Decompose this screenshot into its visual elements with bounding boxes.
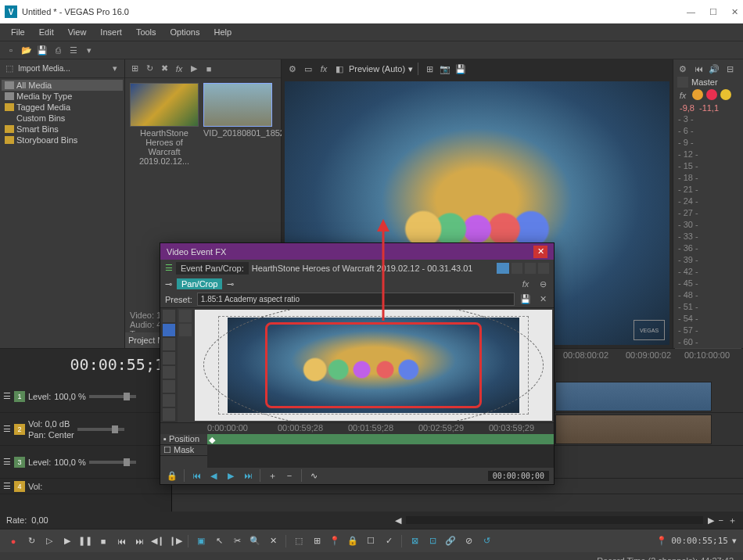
link-button[interactable]: 🔗 <box>443 534 458 548</box>
level-slider[interactable] <box>89 461 136 464</box>
snap-icon[interactable] <box>179 324 192 336</box>
dropdown-icon[interactable]: ▾ <box>408 64 413 74</box>
marker-button[interactable]: 📍 <box>328 534 342 548</box>
fx-track-position[interactable]: ▪Position <box>160 434 207 445</box>
view-icon[interactable]: ⊞ <box>128 63 141 75</box>
properties-icon[interactable]: ☰ <box>67 44 80 56</box>
dropdown-icon[interactable]: ▾ <box>109 63 121 75</box>
mute-icon[interactable] <box>720 89 731 100</box>
quantize-button[interactable]: ⊡ <box>425 534 440 548</box>
prev-kf-button[interactable]: ◀ <box>206 468 221 483</box>
menu-view[interactable]: View <box>62 26 93 38</box>
pancrop-canvas[interactable] <box>195 310 552 421</box>
menu-help[interactable]: Help <box>207 26 238 38</box>
menu-options[interactable]: Options <box>164 26 206 38</box>
next-frame-button[interactable]: ❙▶ <box>168 534 182 548</box>
snap-tool[interactable] <box>163 352 175 364</box>
vol-slider[interactable] <box>77 428 124 431</box>
insert-fx-icon[interactable] <box>692 89 703 100</box>
save-preset-icon[interactable]: 💾 <box>519 293 532 306</box>
cut-button[interactable]: ✕ <box>266 534 280 548</box>
fx-track-mask[interactable]: ☐Mask <box>160 445 207 456</box>
rotate-tool[interactable] <box>163 380 175 393</box>
add-kf-button[interactable]: ＋ <box>265 468 279 483</box>
refresh-icon[interactable]: ↻ <box>143 63 156 75</box>
save-icon[interactable]: 💾 <box>36 44 48 56</box>
video-clip[interactable] <box>555 382 712 411</box>
fx-dialog-titlebar[interactable]: Video Event FX ✕ <box>160 243 554 260</box>
rate-value[interactable]: 0,00 <box>31 515 48 525</box>
selection-tool-button[interactable]: ↖ <box>212 534 226 548</box>
snap-grid-button[interactable]: ⊞ <box>310 534 324 548</box>
audio-clip[interactable] <box>555 415 712 444</box>
dim-icon[interactable]: ⊟ <box>723 63 736 75</box>
fx-chain-btn[interactable] <box>525 263 536 274</box>
record-button[interactable]: ● <box>6 534 20 548</box>
video-event-fx-dialog[interactable]: Video Event FX ✕ ☰ Event Pan/Crop: Heart… <box>160 242 555 485</box>
track-header[interactable]: ☰1 Level:100,0 % <box>0 380 171 413</box>
zoom-out-icon[interactable]: − <box>719 515 723 525</box>
media-thumb[interactable]: VID_20180801_185244.mp4 <box>203 83 272 138</box>
loop-playback-button[interactable]: ↺ <box>479 534 494 548</box>
timecode-display[interactable]: 00:00:55;1 <box>0 349 172 380</box>
delete-icon[interactable]: ✖ <box>158 63 170 75</box>
split-icon[interactable]: ◧ <box>333 63 346 75</box>
scale-tool[interactable] <box>163 408 175 421</box>
h-scrollbar[interactable] <box>406 516 703 524</box>
overlay-icon[interactable]: ⊞ <box>423 63 436 75</box>
pointer-tool[interactable] <box>163 324 175 336</box>
move-tool[interactable] <box>163 394 175 407</box>
lock-aspect-tool[interactable] <box>163 366 175 379</box>
envelope-tool-button[interactable]: ✂ <box>230 534 244 548</box>
close-button[interactable]: ✕ <box>731 7 738 17</box>
import-icon[interactable]: ⬚ <box>3 63 16 75</box>
gear-icon[interactable] <box>163 310 175 322</box>
lock-button[interactable]: 🔒 <box>346 534 360 548</box>
maximize-button[interactable]: ☐ <box>709 7 717 17</box>
stop-button[interactable]: ■ <box>96 534 110 548</box>
tree-smart[interactable]: Smart Bins <box>2 124 123 135</box>
fx-timeline-ruler[interactable]: 0:00:00:00 00:00:59;28 00:01:59;28 00:02… <box>160 423 554 434</box>
menu-insert[interactable]: Insert <box>94 26 128 38</box>
fx-icon[interactable]: fx <box>677 89 689 102</box>
save-snap-icon[interactable]: 💾 <box>454 63 467 75</box>
pancrop-tag[interactable]: Pan/Crop <box>177 278 222 289</box>
track-header[interactable]: ☰2 Vol: 0,0 dB Pan: Center <box>0 413 171 446</box>
next-kf-button[interactable]: ▶ <box>224 468 238 483</box>
auto-ripple-button[interactable]: ☐ <box>364 534 378 548</box>
fx-icon[interactable]: fx <box>173 63 185 75</box>
go-end-button[interactable]: ⏭ <box>132 534 146 548</box>
track-header[interactable]: ☰4 Vol: <box>0 479 171 494</box>
curve-button[interactable]: ∿ <box>307 468 321 483</box>
delete-preset-icon[interactable]: ✕ <box>537 293 549 306</box>
scroll-right-icon[interactable]: ▶ <box>708 515 714 526</box>
del-kf-button[interactable]: − <box>282 468 296 483</box>
preview-quality[interactable]: Preview (Auto) <box>349 64 405 74</box>
zoom-tool[interactable] <box>163 338 175 350</box>
fx-close-button[interactable]: ✕ <box>533 246 547 258</box>
menu-tools[interactable]: Tools <box>130 26 163 38</box>
tree-storyboard[interactable]: Storyboard Bins <box>2 135 123 145</box>
render-icon[interactable]: ⎙ <box>52 44 64 56</box>
zoom-tool-button[interactable]: 🔍 <box>248 534 262 548</box>
dropdown-icon[interactable]: ▾ <box>732 536 737 546</box>
go-start-button[interactable]: ⏮ <box>114 534 128 548</box>
transport-timecode[interactable]: 00:00:55;15 <box>671 536 728 546</box>
play-button[interactable]: ▶ <box>60 534 74 548</box>
snap-button[interactable]: ⬚ <box>292 534 306 548</box>
minimize-button[interactable]: — <box>687 7 695 17</box>
open-icon[interactable]: 📂 <box>20 44 33 56</box>
fx-chain-btn[interactable] <box>538 263 549 274</box>
loop-button[interactable]: ↻ <box>24 534 38 548</box>
fx-keyframe-area[interactable]: ◆ <box>207 434 554 468</box>
fx-chain-btn[interactable] <box>511 263 522 274</box>
prev-settings-icon[interactable]: ⚙ <box>286 63 299 75</box>
stop-icon[interactable]: ■ <box>203 63 215 75</box>
prev-ext-icon[interactable]: ▭ <box>302 63 314 75</box>
ignore-button[interactable]: ⊘ <box>461 534 476 548</box>
fx-icon[interactable]: fx <box>519 278 532 290</box>
track-header[interactable]: ☰3 Level:100,0 % <box>0 446 171 479</box>
snapshot-icon[interactable]: 📷 <box>439 63 451 75</box>
speaker-icon[interactable]: 🔊 <box>708 63 720 75</box>
first-kf-button[interactable]: ⏮ <box>189 468 203 483</box>
